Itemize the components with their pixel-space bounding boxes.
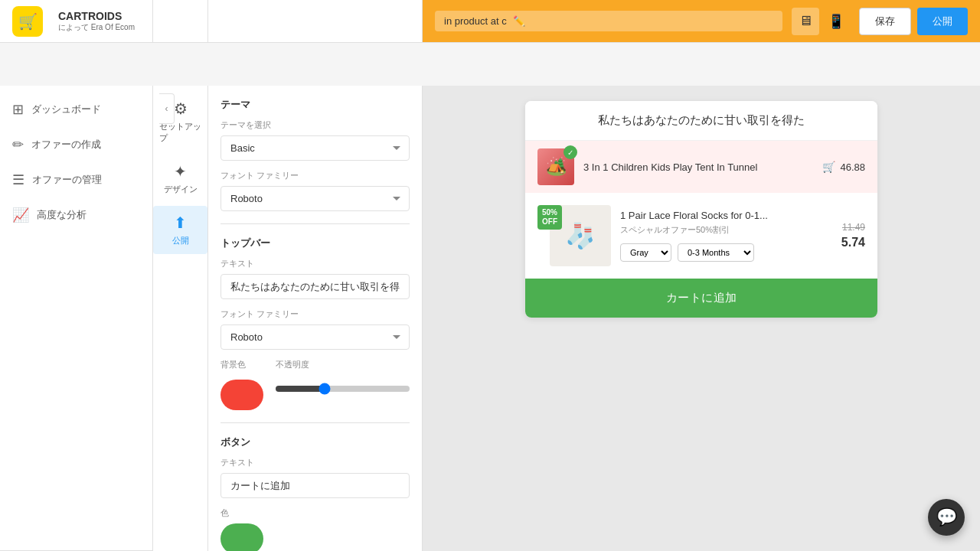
add-to-cart-button[interactable]: カートに追加 [525,279,877,318]
tool-panel: ⚙ セットアップ ✦ デザイン ⬆ 公開 [153,86,208,551]
opacity-label: 不透明度 [276,359,410,370]
app-subtitle: によって Era Of Ecom [58,22,135,33]
edit-icon[interactable]: ✏️ [513,15,525,27]
app-title-group: CARTROIDS によって Era Of Ecom [58,10,135,33]
setup-icon: ⚙ [174,99,188,118]
sidebar-label-dashboard: ダッシュボード [31,103,101,116]
header-logo-area: 🛒 CARTROIDS によって Era Of Ecom [0,0,153,42]
preview-card: 私たちはあなたのために甘い取引を得た 🏕️ ✓ 3 In 1 Children … [525,101,877,318]
product-image-placeholder: 🧦 [565,221,596,250]
preview-area: 私たちはあなたのために甘い取引を得た 🏕️ ✓ 3 In 1 Children … [423,86,980,551]
tool-publish[interactable]: ⬆ 公開 [153,206,207,254]
sidebar-label-create-offer: オファーの作成 [31,138,101,152]
font-family-select[interactable]: Roboto Open Sans Lato [220,186,410,211]
sidebar-item-create-offer[interactable]: ✏ オファーの作成 [0,127,152,162]
product-offer-text: スペシャルオファー50%割引 [620,224,832,236]
header-tools-spacer [153,0,208,42]
publish-button[interactable]: 公開 [917,8,968,35]
product-name: 1 Pair Lace Floral Socks for 0-1... [620,210,832,221]
create-offer-icon: ✏ [12,136,24,153]
product-selects: Gray Black White 0-3 Months 3-6 Months 6… [620,243,832,262]
product-price-original: 11.49 [842,222,865,233]
button-text-input[interactable] [220,473,410,498]
header-editor-bar: in product at c ✏️ 🖥 📱 保存 公開 [423,0,980,42]
analytics-icon: 📈 [12,207,29,223]
divider-1 [220,223,410,224]
editor-actions: 保存 公開 [859,8,968,35]
tool-design[interactable]: ✦ デザイン [153,155,207,203]
publish-tool-icon: ⬆ [174,214,187,232]
sidebar-item-manage-offer[interactable]: ☰ オファーの管理 [0,162,152,197]
font-family-label: フォント ファミリー [220,170,410,181]
sidebar-label-analytics: 高度な分析 [37,208,87,222]
preview-product-row: 50% OFF 🧦 1 Pair Lace Floral Socks for 0… [525,193,877,279]
check-badge: ✓ [564,145,577,159]
button-section-title: ボタン [220,435,410,449]
theme-section-title: テーマ [220,98,410,112]
highlight-cart-icon: 🛒 [822,161,835,173]
mobile-view-button[interactable]: 📱 [822,8,850,35]
product-info: 1 Pair Lace Floral Socks for 0-1... スペシャ… [620,210,832,262]
discount-badge: 50% OFF [537,205,562,230]
bg-color-label: 背景色 [220,359,263,370]
topbar-text-label: テキスト [220,258,410,269]
topbar-font-select[interactable]: Roboto Open Sans [220,324,410,350]
main-header: 🛒 CARTROIDS によって Era Of Ecom in product … [0,0,980,43]
sidebar-label-manage-offer: オファーの管理 [32,173,102,187]
divider-2 [220,422,410,423]
size-select[interactable]: 0-3 Months 3-6 Months 6-12 Months [678,243,754,262]
header-settings-spacer [208,0,423,42]
url-display: in product at c ✏️ [435,11,782,31]
theme-select[interactable]: Basic Modern Minimal [220,135,410,161]
tool-label-design: デザイン [164,184,198,195]
button-color-swatch[interactable] [220,523,263,551]
product-price-col: 11.49 5.74 [841,222,865,249]
app-title: CARTROIDS [58,10,135,22]
url-text: in product at c [444,15,507,27]
opacity-slider[interactable] [276,386,410,392]
manage-offer-icon: ☰ [12,171,24,188]
topbar-font-label: フォント ファミリー [220,308,410,320]
settings-panel: テーマ テーマを選択 Basic Modern Minimal フォント ファミ… [208,86,423,551]
product-price-sale: 5.74 [841,236,865,249]
preview-header: 私たちはあなたのために甘い取引を得た [525,101,877,141]
sidebar-item-analytics[interactable]: 📈 高度な分析 [0,197,152,233]
chat-fab-button[interactable]: 💬 [928,499,965,536]
save-button[interactable]: 保存 [859,8,911,35]
preview-highlighted-product: 🏕️ ✓ 3 In 1 Children Kids Play Tent In T… [525,141,877,193]
button-color-label: 色 [220,507,410,519]
topbar-text-input[interactable] [220,274,410,299]
device-button-group: 🖥 📱 [792,8,850,35]
highlight-price: 46.88 [840,161,865,173]
highlight-product-thumb-wrapper: 🏕️ ✓ [537,148,574,185]
bg-color-group: 背景色 [220,359,263,410]
opacity-group: 不透明度 [276,359,410,392]
app-logo: 🛒 [12,6,43,37]
tool-label-publish: 公開 [172,235,189,246]
dashboard-icon: ⊞ [12,101,24,118]
highlight-product-price-group: 🛒 46.88 [822,161,865,173]
collapse-sidebar-button[interactable]: ‹ [159,86,175,132]
topbar-section-title: トップバー [220,236,410,250]
main-preview: 私たちはあなたのために甘い取引を得た 🏕️ ✓ 3 In 1 Children … [423,86,980,551]
bg-color-swatch[interactable] [220,380,263,410]
sidebar-item-dashboard[interactable]: ⊞ ダッシュボード [0,92,152,127]
sidebar-nav: ⊞ ダッシュボード ✏ オファーの作成 ☰ オファーの管理 📈 高度な分析 [0,86,152,550]
highlight-product-name: 3 In 1 Children Kids Play Tent In Tunnel [583,161,813,173]
button-text-label: テキスト [220,457,410,468]
design-icon: ✦ [174,162,187,181]
desktop-view-button[interactable]: 🖥 [792,8,819,35]
theme-field-label: テーマを選択 [220,119,410,131]
color-select[interactable]: Gray Black White [620,243,671,262]
sidebar: ⊞ ダッシュボード ✏ オファーの作成 ☰ オファーの管理 📈 高度な分析 💬 … [0,86,153,551]
